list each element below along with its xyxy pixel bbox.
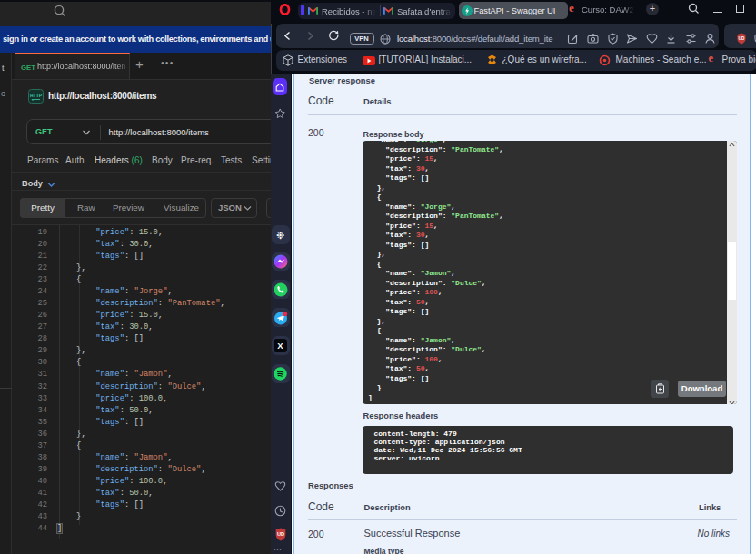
svg-text:❉: ❉ bbox=[276, 229, 284, 240]
svg-text:UD: UD bbox=[276, 531, 284, 537]
svg-text:HTTP: HTTP bbox=[30, 93, 43, 98]
svg-text:X: X bbox=[278, 341, 284, 351]
svg-text:UD: UD bbox=[739, 36, 745, 41]
